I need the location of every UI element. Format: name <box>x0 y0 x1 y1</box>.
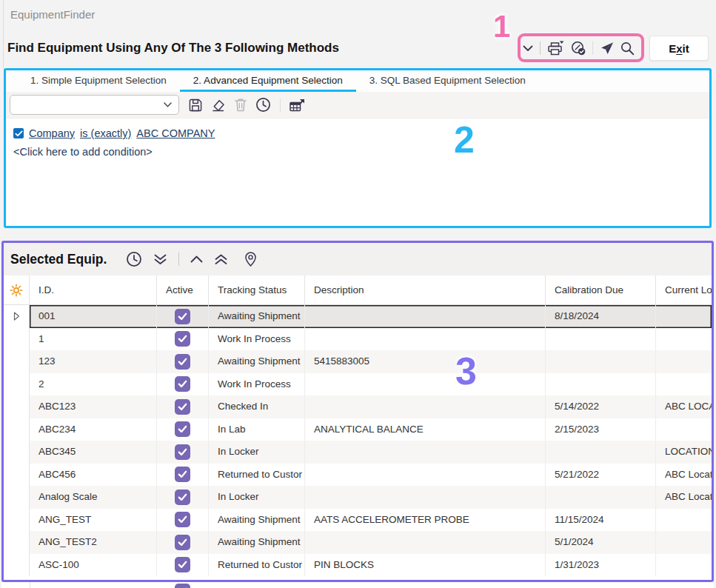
print-icon[interactable] <box>547 41 564 56</box>
advanced-selection-panel: 1. Simple Equipment Selection 2. Advance… <box>4 68 712 228</box>
history-clock-icon[interactable] <box>126 251 142 267</box>
active-checkbox[interactable] <box>175 444 190 460</box>
row-selector-cell[interactable] <box>4 305 30 328</box>
cell-active <box>157 554 209 577</box>
row-selector-cell[interactable] <box>4 486 30 509</box>
column-header-current-location[interactable]: Current Lo <box>656 275 714 304</box>
grid-corner-cell[interactable] <box>4 275 30 304</box>
cell-calibration-due: 5/21/2022 <box>546 464 656 487</box>
row-selector-cell[interactable] <box>4 395 30 418</box>
cell-current-location <box>656 418 714 441</box>
cell-tracking-status: Awaiting Shipment <box>209 305 305 328</box>
cell-calibration-due: 5/1/2024 <box>546 531 656 554</box>
cell-tracking-status: Work In Process <box>209 373 305 396</box>
cell-tracking-status: In Lab <box>209 418 305 441</box>
cell-calibration-due <box>546 350 656 373</box>
location-pin-icon[interactable] <box>245 252 256 267</box>
active-checkbox[interactable] <box>175 535 190 550</box>
active-checkbox[interactable] <box>175 399 190 415</box>
row-selector-cell[interactable] <box>4 350 30 373</box>
active-checkbox[interactable] <box>175 309 190 324</box>
grid-row[interactable]: ANG_TESTAwaiting ShipmentAATS ACCELEROME… <box>4 509 712 532</box>
row-selector-cell[interactable] <box>4 531 30 554</box>
active-checkbox[interactable] <box>175 512 190 527</box>
grid-row[interactable]: Analog ScaleIn LockerABC Locati <box>4 486 712 509</box>
cell-current-location <box>656 350 714 373</box>
cell-id: Analog Scale <box>30 486 157 509</box>
grid-row[interactable]: ANG_TEST2Awaiting Shipment5/1/2024 <box>4 531 712 554</box>
chevron-up-icon[interactable] <box>190 255 203 263</box>
active-checkbox[interactable] <box>175 421 190 437</box>
condition-checkbox[interactable] <box>13 128 24 138</box>
toolbar-separator <box>592 41 593 55</box>
condition-field-link[interactable]: Company <box>29 127 75 139</box>
search-icon[interactable] <box>620 41 635 56</box>
column-header-calibration-due[interactable]: Calibration Due <box>546 275 656 304</box>
active-checkbox[interactable] <box>175 354 190 370</box>
clear-eraser-icon[interactable] <box>211 98 226 112</box>
double-chevron-down-icon[interactable] <box>153 254 167 265</box>
cell-tracking-status: Work In Process <box>209 328 305 351</box>
apply-to-grid-icon[interactable] <box>290 98 305 112</box>
grid-row[interactable]: 2Work In Process <box>4 373 712 396</box>
column-header-description[interactable]: Description <box>305 275 546 304</box>
cell-calibration-due <box>546 486 656 509</box>
saved-filter-combobox[interactable] <box>10 95 179 115</box>
history-clock-icon[interactable] <box>255 97 271 113</box>
cell-id: 001 <box>30 305 157 328</box>
tab-advanced-selection[interactable]: 2. Advanced Equipment Selection <box>180 70 356 92</box>
row-selector-cell[interactable] <box>4 441 30 464</box>
row-selector-cell[interactable] <box>4 554 30 577</box>
cell-description <box>305 395 546 418</box>
splitter-handle[interactable] <box>0 228 716 241</box>
row-selector-cell[interactable] <box>4 373 30 396</box>
add-condition-link[interactable]: <Click here to add condition> <box>13 146 702 158</box>
row-selector-cell[interactable] <box>4 418 30 441</box>
row-cells: ASC-100Returned to CustorPIN BLOCKS1/31/… <box>30 554 712 577</box>
active-checkbox[interactable] <box>175 376 190 392</box>
cell-calibration-due: 11/15/2024 <box>546 509 656 532</box>
save-filter-icon[interactable] <box>189 98 202 112</box>
equipment-finder-window: EquipmentFinder Find Equipment Using Any… <box>0 0 716 588</box>
cell-active <box>157 305 209 328</box>
grid-row[interactable]: 123Awaiting Shipment5415883005 <box>4 350 712 373</box>
print-verify-check-icon[interactable] <box>571 41 586 56</box>
grid-row[interactable]: ABC123Checked In5/14/2022ABC LOCA <box>4 395 712 418</box>
grid-header-bar: Selected Equip. <box>4 243 712 275</box>
tab-sql-selection[interactable]: 3. SQL Based Equipment Selection <box>356 70 539 92</box>
next-row-partial <box>1 582 714 588</box>
cell-tracking-status: Checked In <box>209 395 305 418</box>
cell-active <box>157 328 209 351</box>
row-selector-cell[interactable] <box>4 509 30 532</box>
send-paper-plane-icon[interactable] <box>600 41 614 56</box>
condition-operator-link[interactable]: is (exactly) <box>80 127 131 139</box>
grid-row[interactable]: ABC234In LabANALYTICAL BALANCE2/15/2023 <box>4 418 712 441</box>
grid-row[interactable]: ABC345In LockerLOCATION <box>4 441 712 464</box>
tab-strip: 1. Simple Equipment Selection 2. Advance… <box>6 70 709 92</box>
row-selector-cell[interactable] <box>4 464 30 487</box>
active-checkbox[interactable] <box>175 490 190 505</box>
double-chevron-up-icon[interactable] <box>214 254 228 265</box>
active-checkbox[interactable] <box>175 557 190 572</box>
row-selector-cell[interactable] <box>4 328 30 351</box>
column-header-tracking-status[interactable]: Tracking Status <box>209 275 305 304</box>
column-header-active[interactable]: Active <box>157 275 209 304</box>
condition-builder: Company is (exactly) ABC COMPANY <Click … <box>6 118 709 158</box>
grid-row[interactable]: ABC456Returned to Custor5/21/2022ABC Loc… <box>4 464 712 487</box>
active-checkbox[interactable] <box>175 467 190 482</box>
condition-value-link[interactable]: ABC COMPANY <box>136 127 215 139</box>
grid-row[interactable]: ASC-100Returned to CustorPIN BLOCKS1/31/… <box>4 554 712 577</box>
cell-id: ABC345 <box>30 441 157 464</box>
cell-current-location: LOCATION <box>656 441 714 464</box>
grid-row[interactable]: 001Awaiting Shipment8/18/2024 <box>4 305 712 328</box>
column-header-id[interactable]: I.D. <box>30 275 157 304</box>
toolbar-chevron-down-icon[interactable] <box>523 45 533 52</box>
cell-active <box>157 441 209 464</box>
grid-row[interactable]: 1Work In Process <box>4 328 712 351</box>
cell-current-location: ABC Locati <box>656 486 714 509</box>
active-checkbox[interactable] <box>175 331 190 347</box>
tab-simple-selection[interactable]: 1. Simple Equipment Selection <box>17 70 180 92</box>
delete-trash-icon[interactable] <box>235 98 247 112</box>
exit-button[interactable]: Exit <box>649 36 709 61</box>
cell-calibration-due <box>546 441 656 464</box>
